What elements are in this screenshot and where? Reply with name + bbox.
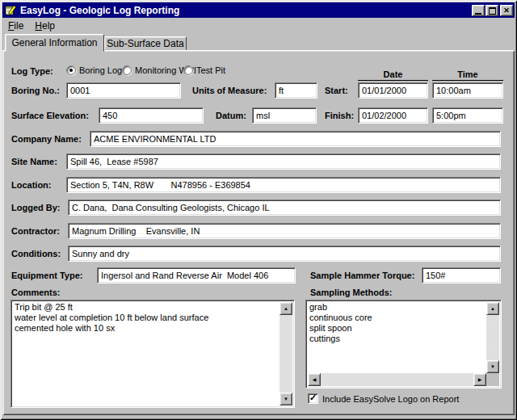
finish-label: Finish: [325,111,354,120]
finish-date-input[interactable]: 01/02/2000 [358,107,428,124]
tab-general-information[interactable]: General Information [5,34,104,52]
list-item[interactable]: continuous core [309,313,485,323]
scroll-down-button[interactable]: ▼ [486,360,499,373]
radio-icon [122,65,132,75]
radio-icon [183,65,193,75]
scrollbar-track[interactable] [280,315,292,393]
start-date-input[interactable]: 01/01/2000 [358,82,428,99]
comments-vertical-scrollbar[interactable]: ▲ ▼ [280,302,292,405]
equipment-type-label: Equipment Type: [11,271,82,280]
radio-icon [66,65,76,75]
contractor-input[interactable]: Magnum Drilling Evansville, IN [68,223,501,239]
units-of-measure-label: Units of Measure: [192,86,267,95]
comments-textarea[interactable]: Trip bit @ 25 ft water level at completi… [11,300,295,408]
datum-label: Datum: [216,111,246,120]
maximize-button[interactable] [485,5,498,16]
menu-bar: File Help [2,18,515,33]
sampling-horizontal-scrollbar[interactable]: ◀ ▶ [308,373,486,386]
minimize-icon [475,13,481,15]
scroll-down-icon: ▼ [284,397,288,401]
sampling-methods-list: grab continuous core split spoon cutting… [309,302,485,373]
comments-text: Trip bit @ 25 ft water level at completi… [15,302,278,405]
list-item[interactable]: split spoon [309,323,485,334]
location-label: Location: [11,180,52,190]
time-column-header: Time [432,69,503,81]
surface-elevation-input[interactable]: 450 [99,107,204,124]
site-name-input[interactable]: Spill 46, Lease #5987 [66,153,501,170]
notepad-pencil-icon [5,4,17,16]
boring-no-input[interactable]: 0001 [66,82,181,99]
location-input[interactable]: Section 5, T4N, R8W N478956 - E369854 [66,177,501,193]
radio-boring-log[interactable]: Boring Log [66,65,122,75]
company-name-input[interactable]: ACME ENVIRONMENTAL LTD [90,131,501,147]
check-icon: ✓ [309,393,317,402]
list-item[interactable]: cuttings [309,334,485,344]
log-type-label: Log Type: [11,66,53,76]
comments-label: Comments: [11,288,61,297]
sampling-vertical-scrollbar[interactable]: ▲ ▼ [486,302,499,373]
window-title: EasyLog - Geologic Log Reporting [20,5,179,16]
title-bar[interactable]: EasyLog - Geologic Log Reporting [2,2,515,18]
scrollbar-corner [486,373,499,386]
scrollbar-track[interactable] [321,373,473,386]
scroll-up-icon: ▲ [284,306,288,311]
radio-test-pit[interactable]: Test Pit [183,65,225,75]
minimize-button[interactable] [472,5,485,16]
boring-no-label: Boring No.: [11,86,60,95]
scroll-right-icon: ▶ [478,377,482,382]
scroll-up-button[interactable]: ▲ [486,302,499,315]
conditions-input[interactable]: Sunny and dry [68,246,501,262]
scroll-left-button[interactable]: ◀ [308,373,321,386]
company-name-label: Company Name: [11,134,82,144]
equipment-type-input[interactable]: Ingersol and Rand Reverse Air Model 406 [97,267,296,284]
scroll-down-icon: ▼ [490,364,495,369]
datum-input[interactable]: msl [252,107,317,124]
menu-item-help[interactable]: Help [29,19,61,33]
conditions-label: Conditions: [11,249,61,258]
close-button[interactable]: ✕ [500,5,513,16]
start-label: Start: [325,86,348,95]
scroll-up-button[interactable]: ▲ [280,302,292,315]
scroll-left-icon: ◀ [313,377,317,382]
units-of-measure-input[interactable]: ft [275,82,317,99]
logo-checkbox-row[interactable]: ✓ Include EasySolve Logo on Report [308,393,459,404]
close-icon: ✕ [503,7,510,15]
sample-hammer-torque-label: Sample Hammer Torque: [310,271,414,280]
sampling-methods-listbox[interactable]: grab continuous core split spoon cutting… [305,300,502,388]
surface-elevation-label: Surface Elevation: [11,111,89,120]
list-item[interactable]: grab [309,302,485,313]
logged-by-label: Logged By: [11,203,61,212]
maximize-icon [489,7,496,15]
logged-by-input[interactable]: C. Dana, Dana Consulting Geologists, Chi… [68,200,501,216]
sample-hammer-torque-input[interactable]: 150# [422,267,501,284]
app-window: EasyLog - Geologic Log Reporting ✕ File … [0,0,517,420]
date-column-header: Date [358,69,428,81]
scroll-right-button[interactable]: ▶ [473,373,486,386]
scrollbar-track[interactable] [486,315,499,360]
tab-sub-surface-data[interactable]: Sub-Surface Data [104,36,187,50]
menu-item-file[interactable]: File [2,19,29,33]
scroll-down-button[interactable]: ▼ [280,393,292,405]
sampling-methods-label: Sampling Methods: [310,288,392,297]
scroll-up-icon: ▲ [490,306,495,311]
start-time-input[interactable]: 10:00am [432,82,503,99]
site-name-label: Site Name: [11,157,57,166]
checkbox-icon[interactable]: ✓ [308,393,318,404]
logo-checkbox-label: Include EasySolve Logo on Report [322,394,459,404]
contractor-label: Contractor: [11,226,60,236]
finish-time-input[interactable]: 5:00pm [432,107,503,124]
